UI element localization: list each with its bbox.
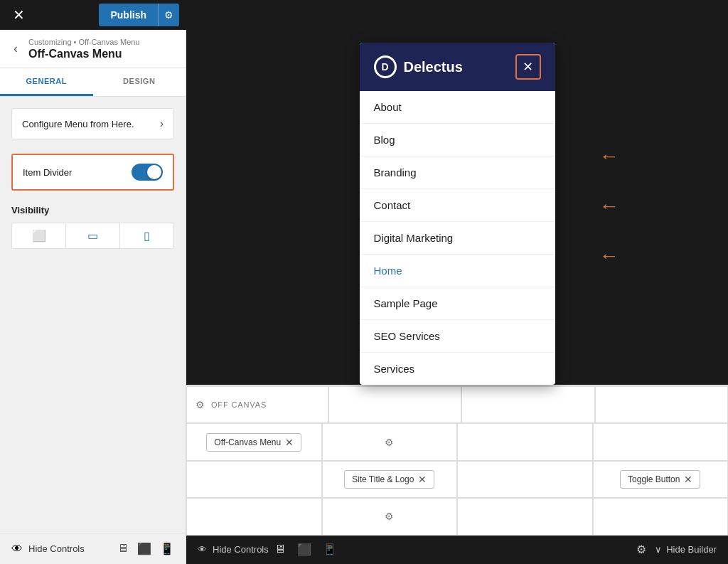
builder-cell-empty-6 (186, 461, 322, 498)
visibility-tablet-button[interactable]: ▭ (66, 223, 120, 249)
site-title-tag-close[interactable]: ✕ (418, 474, 427, 485)
arrow-1: ← (599, 145, 619, 168)
tablet-status-icon[interactable]: ⬛ (297, 543, 311, 556)
gear-icon-row4[interactable]: ⚙ (385, 511, 394, 522)
desktop-icon: ⬜ (32, 229, 46, 243)
mobile-bottom-icon[interactable]: 📱 (160, 542, 174, 555)
hide-controls-label: Hide Controls (28, 543, 85, 554)
builder-row-4: ⚙ (186, 498, 728, 535)
brand-name: Delectus (404, 59, 463, 75)
offcanvas-menu-tag: Off-Canvas Menu ✕ (206, 433, 301, 452)
mobile-status-icon[interactable]: 📱 (323, 543, 337, 556)
builder-row-1: ⚙ OFF CANVAS (186, 386, 728, 423)
publish-settings-button[interactable]: ⚙ (158, 4, 179, 26)
offcanvas-menu-tag-label: Off-Canvas Menu (214, 437, 281, 447)
builder-cell-empty-4 (457, 423, 593, 460)
status-right: ⚙ ∨ Hide Builder (636, 543, 717, 556)
item-divider-label: Item Divider (23, 167, 72, 178)
builder-cell-empty-7 (457, 461, 593, 498)
tablet-icon: ▭ (87, 229, 98, 243)
item-divider-toggle[interactable] (132, 164, 163, 181)
site-title-tag: Site Title & Logo ✕ (344, 470, 434, 489)
menu-item-home[interactable]: Home (360, 255, 555, 287)
gear-icon-row2[interactable]: ⚙ (385, 437, 394, 448)
close-button[interactable]: ✕ (7, 4, 30, 26)
menu-item-about[interactable]: About (360, 91, 555, 124)
builder-bottom: ⚙ OFF CANVAS Off-Canvas Menu ✕ ⚙ (186, 385, 728, 536)
visibility-label: Visibility (11, 205, 174, 216)
tab-design[interactable]: Design (93, 68, 186, 96)
offcanvas-menu-tag-close[interactable]: ✕ (285, 437, 294, 448)
hide-controls-status[interactable]: Hide Controls (213, 544, 269, 555)
builder-cell-site-title: Site Title & Logo ✕ (322, 461, 458, 498)
mobile-icon: ▯ (144, 229, 150, 243)
offcanvas-close-button[interactable]: ✕ (515, 54, 541, 80)
hide-builder-button[interactable]: ∨ Hide Builder (655, 544, 717, 555)
sidebar: ‹ Customizing • Off-Canvas Menu Off-Canv… (0, 30, 186, 564)
sidebar-bottom[interactable]: 👁 Hide Controls 🖥 ⬛ 📱 (0, 533, 186, 564)
arrow-3: ← (599, 245, 619, 267)
preview-area: D Delectus ✕ About Blog Branding Contact… (186, 0, 728, 385)
toggle-button-tag-close[interactable]: ✕ (684, 474, 692, 485)
menu-items: About Blog Branding Contact Digital Mark… (360, 91, 555, 385)
offcanvas-wrapper: D Delectus ✕ About Blog Branding Contact… (360, 43, 555, 385)
visibility-section: Visibility ⬜ ▭ ▯ (11, 205, 174, 249)
builder-cell-offcanvas-label: ⚙ OFF CANVAS (186, 386, 328, 423)
sidebar-title: Off-Canvas Menu (28, 48, 176, 60)
sidebar-content: Configure Menu from Here. › Item Divider… (0, 97, 186, 533)
builder-row-3: Site Title & Logo ✕ Toggle Button ✕ (186, 461, 728, 498)
toggle-slider (132, 164, 163, 181)
eye-status-icon: 👁 (198, 544, 207, 555)
builder-row-2: Off-Canvas Menu ✕ ⚙ (186, 423, 728, 460)
menu-item-digital-marketing[interactable]: Digital Marketing (360, 222, 555, 255)
builder-cell-empty-3 (595, 386, 729, 423)
status-icons: 🖥 ⬛ 📱 (274, 543, 337, 556)
tablet-bottom-icon[interactable]: ⬛ (137, 542, 151, 555)
builder-cell-empty-8 (186, 498, 322, 535)
toggle-button-tag: Toggle Button ✕ (620, 470, 700, 489)
menu-item-contact[interactable]: Contact (360, 189, 555, 222)
configure-label: Configure Menu from Here. (22, 119, 134, 129)
publish-group: Publish ⚙ (99, 4, 179, 26)
main-area: D Delectus ✕ About Blog Branding Contact… (186, 0, 728, 564)
menu-item-branding[interactable]: Branding (360, 156, 555, 189)
gear-status-icon[interactable]: ⚙ (636, 543, 646, 556)
builder-cell-empty-10 (593, 498, 729, 535)
menu-item-seo-services[interactable]: SEO Services (360, 320, 555, 353)
menu-item-services[interactable]: Services (360, 353, 555, 385)
gear-icon: ⚙ (164, 9, 173, 21)
menu-item-sample-page[interactable]: Sample Page (360, 287, 555, 320)
visibility-buttons: ⬜ ▭ ▯ (11, 223, 174, 249)
builder-cell-empty-2 (461, 386, 595, 423)
publish-button[interactable]: Publish (99, 4, 158, 26)
off-canvas-label: OFF CANVAS (211, 400, 267, 409)
builder-cell-empty-1 (328, 386, 462, 423)
back-button[interactable]: ‹ (6, 39, 26, 59)
configure-menu-row[interactable]: Configure Menu from Here. › (11, 108, 174, 139)
gear-icon-row1[interactable]: ⚙ (196, 399, 205, 410)
visibility-mobile-button[interactable]: ▯ (120, 223, 174, 249)
tabs: General Design (0, 68, 186, 97)
tab-general[interactable]: General (0, 68, 93, 96)
menu-item-blog[interactable]: Blog (360, 124, 555, 156)
breadcrumb: Customizing • Off-Canvas Menu (28, 37, 176, 48)
desktop-bottom-icon[interactable]: 🖥 (117, 542, 129, 555)
eye-icon: 👁 (11, 543, 23, 555)
offcanvas-panel: D Delectus ✕ About Blog Branding Contact… (360, 43, 555, 385)
builder-cell-gear-4: ⚙ (322, 498, 458, 535)
item-divider-box: Item Divider (11, 154, 174, 191)
top-bar: ✕ Publish ⚙ (0, 0, 186, 30)
site-title-tag-label: Site Title & Logo (352, 474, 414, 484)
toggle-button-tag-label: Toggle Button (628, 474, 680, 484)
visibility-desktop-button[interactable]: ⬜ (11, 223, 66, 249)
arrows-container: ← ← ← (599, 145, 619, 267)
chevron-right-icon: › (160, 117, 164, 130)
arrow-2: ← (599, 195, 619, 218)
brand-logo: D Delectus (374, 55, 463, 78)
builder-cell-empty-9 (457, 498, 593, 535)
desktop-status-icon[interactable]: 🖥 (274, 543, 286, 556)
offcanvas-header: D Delectus ✕ (360, 43, 555, 91)
sidebar-header: ‹ Customizing • Off-Canvas Menu Off-Canv… (0, 30, 186, 68)
sidebar-bottom-icons: 🖥 ⬛ 📱 (117, 542, 174, 555)
builder-cell-offcanvas-tag: Off-Canvas Menu ✕ (186, 423, 322, 460)
